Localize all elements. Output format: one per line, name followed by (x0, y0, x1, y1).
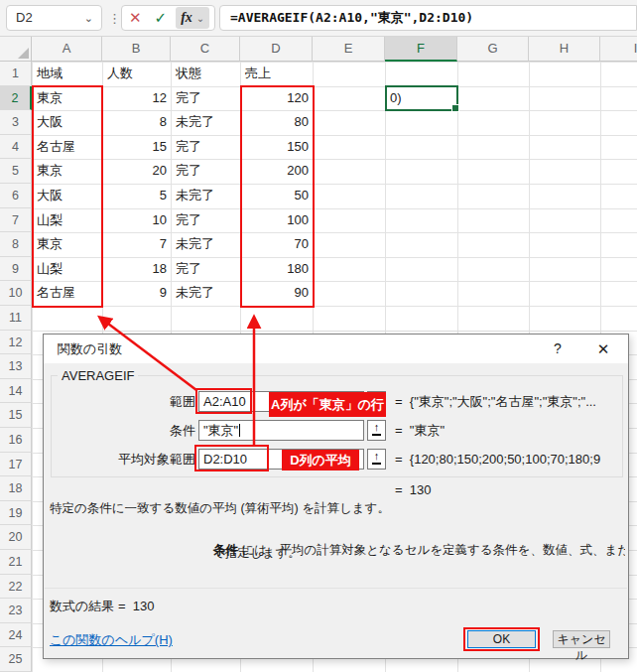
close-icon[interactable]: ✕ (584, 335, 622, 363)
row-header-13[interactable]: 13 (0, 354, 32, 379)
column-header-H[interactable]: H (529, 37, 600, 62)
cell-B4[interactable]: 15 (103, 135, 171, 160)
cell-C9[interactable]: 完了 (172, 257, 240, 282)
range-preview-value: = {"東京";"大阪";"名古屋";"東京";"... (395, 391, 624, 412)
cell-C4[interactable]: 完了 (172, 135, 240, 160)
row-header-2[interactable]: 2 (0, 86, 32, 111)
row-header-11[interactable]: 11 (0, 306, 32, 331)
highlight-box-average-range-field (194, 445, 269, 471)
dialog-help-button[interactable]: ? (539, 335, 576, 363)
average-range-field-label: 平均対象範囲 (100, 449, 195, 470)
insert-function-button[interactable]: fx ⌄ (176, 7, 209, 29)
cell-C5[interactable]: 完了 (172, 159, 240, 184)
range-field-label: 範囲 (100, 391, 195, 412)
confirm-entry-icon[interactable]: ✓ (149, 7, 174, 29)
row-header-23[interactable]: 23 (0, 599, 32, 623)
row-header-21[interactable]: 21 (0, 550, 32, 575)
column-header-D[interactable]: D (240, 37, 313, 62)
select-all-corner[interactable] (0, 37, 32, 62)
cell-C6[interactable]: 未完了 (172, 184, 240, 208)
row-header-1[interactable]: 1 (0, 62, 32, 86)
row-header-20[interactable]: 20 (0, 525, 32, 550)
highlight-box-range-a2-a10 (32, 85, 103, 308)
column-header-B[interactable]: B (102, 37, 171, 62)
collapse-dialog-button[interactable]: ↑ (367, 449, 386, 470)
function-help-link[interactable]: この関数のヘルプ(H) (50, 631, 173, 649)
formula-input[interactable]: =AVERAGEIF(A2:A10,"東京",D2:D10) (219, 5, 637, 31)
column-header-I[interactable]: I (600, 37, 637, 62)
collapse-arrow-icon: ↑ (368, 450, 385, 463)
cell-B9[interactable]: 18 (103, 257, 171, 282)
collapse-arrow-icon: ↑ (368, 421, 385, 434)
criteria-field-input[interactable]: "東京" (198, 420, 364, 441)
cancel-entry-icon[interactable]: ✕ (122, 7, 149, 29)
text-cursor (239, 424, 240, 437)
collapse-bar-icon (372, 463, 381, 465)
cell-B5[interactable]: 20 (103, 159, 171, 184)
function-description: 特定の条件に一致する数値の平均 (算術平均) を計算します。 (50, 500, 625, 517)
row-header-24[interactable]: 24 (0, 623, 32, 648)
row-header-3[interactable]: 3 (0, 110, 32, 135)
cancel-button[interactable]: キャンセル (553, 630, 610, 648)
row-header-25[interactable]: 25 (0, 647, 32, 672)
annotation-range-note: A列が「東京」の行 (269, 392, 386, 417)
row-header-19[interactable]: 19 (0, 501, 32, 526)
chevron-down-icon: ⌄ (196, 13, 204, 24)
formula-result-label: 数式の結果 = 130 (50, 597, 154, 616)
cell-D1[interactable]: 売上 (241, 62, 313, 86)
row-header-5[interactable]: 5 (0, 159, 32, 184)
cell-B8[interactable]: 7 (103, 232, 171, 257)
cell-C3[interactable]: 未完了 (172, 110, 240, 135)
dialog-divider (45, 588, 627, 589)
row-header-8[interactable]: 8 (0, 232, 32, 257)
ok-button[interactable]: OK (467, 630, 536, 648)
criteria-field-label: 条件 (100, 420, 195, 441)
active-cell-border[interactable] (385, 85, 459, 111)
collapse-dialog-button[interactable]: ↑ (367, 420, 386, 441)
more-options-icon[interactable]: ⋮ (108, 11, 121, 26)
cell-B10[interactable]: 9 (103, 281, 171, 306)
row-header-17[interactable]: 17 (0, 453, 32, 477)
name-box[interactable]: D2 ⌄ (6, 5, 102, 31)
row-header-6[interactable]: 6 (0, 184, 32, 208)
row-header-7[interactable]: 7 (0, 208, 32, 233)
row-header-9[interactable]: 9 (0, 257, 32, 282)
column-header-F[interactable]: F (385, 37, 457, 62)
average-range-preview-value: = {120;80;150;200;50;100;70;180;9 (395, 449, 624, 470)
cell-B2[interactable]: 12 (103, 86, 171, 111)
cell-B1[interactable]: 人数 (103, 62, 171, 86)
row-header-22[interactable]: 22 (0, 575, 32, 600)
row-header-12[interactable]: 12 (0, 331, 32, 355)
highlight-box-range-field (195, 388, 252, 414)
formula-intermediate-result: = 130 (395, 479, 432, 500)
column-header-G[interactable]: G (457, 37, 529, 62)
argument-help-text-line2: で指定します。 (212, 545, 301, 562)
column-header-C[interactable]: C (171, 37, 240, 62)
cell-C8[interactable]: 未完了 (172, 232, 240, 257)
criteria-preview-value: = "東京" (395, 420, 624, 441)
cell-B7[interactable]: 10 (103, 208, 171, 233)
cell-C1[interactable]: 状態 (172, 62, 240, 86)
row-header-18[interactable]: 18 (0, 476, 32, 501)
highlight-box-range-d2-d10 (240, 85, 315, 308)
cell-C10[interactable]: 未完了 (172, 281, 240, 306)
cell-B6[interactable]: 5 (103, 184, 171, 208)
row-header-4[interactable]: 4 (0, 135, 32, 160)
row-header-16[interactable]: 16 (0, 428, 32, 453)
row-header-15[interactable]: 15 (0, 403, 32, 428)
fill-handle[interactable] (451, 104, 459, 112)
cell-C7[interactable]: 完了 (172, 208, 240, 233)
criteria-value: "東京" (203, 423, 238, 438)
fx-icon: fx (181, 10, 192, 26)
collapse-bar-icon (372, 434, 381, 436)
cell-A1[interactable]: 地域 (33, 62, 102, 86)
name-box-value: D2 (16, 10, 33, 25)
cell-C2[interactable]: 完了 (172, 86, 240, 111)
row-header-14[interactable]: 14 (0, 379, 32, 404)
chevron-down-icon[interactable]: ⌄ (84, 6, 93, 30)
cell-B3[interactable]: 8 (103, 110, 171, 135)
row-header-10[interactable]: 10 (0, 281, 32, 306)
column-header-A[interactable]: A (32, 37, 102, 62)
dialog-title: 関数の引数 (58, 335, 122, 363)
column-header-E[interactable]: E (313, 37, 385, 62)
